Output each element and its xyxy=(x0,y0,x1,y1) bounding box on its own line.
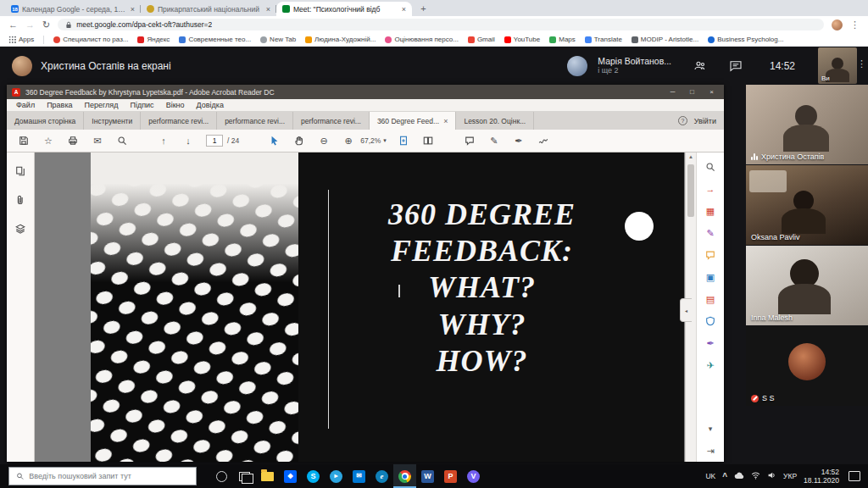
close-icon[interactable]: × xyxy=(704,88,719,96)
volume-icon[interactable] xyxy=(767,471,776,481)
self-video-tile[interactable]: Ви xyxy=(818,47,857,84)
back-icon[interactable]: ← xyxy=(8,20,18,30)
taskbar-skype-icon[interactable]: S xyxy=(302,464,325,488)
taskbar-search-input[interactable] xyxy=(29,472,189,480)
participants-summary[interactable]: Марія Войтанов... і ще 2 xyxy=(598,56,671,75)
bookmark-item[interactable]: Оцінювання персо... xyxy=(385,36,458,43)
protect-icon[interactable] xyxy=(703,313,718,329)
more-tools-icon[interactable]: ▾ xyxy=(703,421,718,436)
tab-home[interactable]: Домашня сторінка xyxy=(7,112,84,130)
email-icon[interactable]: ✉ xyxy=(91,134,104,147)
page-down-icon[interactable]: ↓ xyxy=(181,134,195,147)
new-tab-button[interactable]: + xyxy=(418,3,429,14)
taskbar-telegram-icon[interactable]: ▸ xyxy=(325,464,348,488)
export-pdf-icon[interactable]: → xyxy=(703,181,718,197)
close-tab-icon[interactable]: × xyxy=(131,5,135,14)
comment-icon[interactable] xyxy=(703,247,718,263)
zoom-level[interactable]: 67,2% xyxy=(360,136,381,145)
taskbar-chrome-icon[interactable] xyxy=(393,464,416,488)
video-tile-inna[interactable]: Inna Malesh xyxy=(746,246,868,325)
signature-tool-icon[interactable] xyxy=(537,134,550,147)
tab-document[interactable]: performance revi... xyxy=(217,112,293,130)
show-hidden-icons[interactable]: ^ xyxy=(722,472,727,481)
zoom-dropdown-icon[interactable]: ▾ xyxy=(383,137,387,144)
taskbar-edge-icon[interactable]: e xyxy=(370,464,393,488)
vertical-scrollbar[interactable]: ▲ ◂ xyxy=(685,152,696,462)
bookmark-item-youtube[interactable]: YouTube xyxy=(504,36,540,43)
hand-tool-icon[interactable] xyxy=(292,134,306,147)
browser-tab-meet[interactable]: Meet: "Психологічний відб × xyxy=(276,2,412,16)
combine-files-icon[interactable]: ▣ xyxy=(703,269,718,285)
taskbar-viber-icon[interactable]: V xyxy=(462,464,485,488)
star-icon[interactable]: ☆ xyxy=(42,134,55,147)
browser-tab-university[interactable]: Прикарпатський національний × xyxy=(141,2,276,16)
onedrive-icon[interactable] xyxy=(734,472,744,481)
organize-pages-icon[interactable]: ▤ xyxy=(703,291,718,307)
page-number-input[interactable]: 1 xyxy=(206,135,223,147)
reload-icon[interactable]: ↻ xyxy=(42,20,50,30)
bookmark-item-translate[interactable]: Translate xyxy=(585,36,622,43)
sign-in-button[interactable]: Увійти xyxy=(694,117,716,125)
document-canvas[interactable]: 360 DEGREE FEEDBACK: WHAT? WHY? HOW? xyxy=(35,152,685,462)
help-icon[interactable]: ? xyxy=(678,116,687,125)
menu-file[interactable]: Файл xyxy=(10,101,41,109)
browser-tab-calendar[interactable]: 18 Календар Google - середа, 18 л × xyxy=(5,2,141,16)
search-icon[interactable] xyxy=(115,134,129,147)
minimize-icon[interactable]: ─ xyxy=(665,88,680,96)
url-bar[interactable]: meet.google.com/dpa-cekt-oft?authuser=2 xyxy=(58,19,824,30)
expand-panel-icon[interactable]: ⇥ xyxy=(703,443,718,458)
panel-collapse-handle[interactable]: ◂ xyxy=(680,298,692,322)
bookmark-item[interactable]: Яндекс xyxy=(137,36,170,43)
fill-sign-icon[interactable]: ✒ xyxy=(703,336,718,351)
close-tab-icon[interactable]: × xyxy=(266,5,270,14)
taskbar-clock[interactable]: 14:52 18.11.2020 xyxy=(804,468,839,485)
action-center-icon[interactable] xyxy=(849,471,860,481)
menu-window[interactable]: Вікно xyxy=(160,101,191,109)
taskbar-dropbox-icon[interactable]: ◆ xyxy=(279,464,302,488)
pen-tool-icon[interactable]: ✒ xyxy=(512,134,526,147)
page-thumbnails-icon[interactable] xyxy=(15,164,25,180)
bookmark-item-gmail[interactable]: Gmail xyxy=(468,36,495,43)
taskbar-word-icon[interactable]: W xyxy=(416,464,439,488)
print-icon[interactable] xyxy=(66,134,80,147)
create-pdf-icon[interactable]: ▦ xyxy=(703,203,718,219)
zoom-in-icon[interactable]: ⊕ xyxy=(342,134,355,147)
page-up-icon[interactable]: ↑ xyxy=(157,134,170,147)
attachments-icon[interactable] xyxy=(15,193,25,208)
video-tile-ss[interactable]: S S xyxy=(746,326,868,406)
two-page-view-icon[interactable] xyxy=(421,134,435,147)
tab-document[interactable]: performance revi... xyxy=(141,112,217,130)
tab-tools[interactable]: Інструменти xyxy=(84,112,141,130)
edit-pdf-icon[interactable]: ✎ xyxy=(703,225,718,241)
bookmark-item[interactable]: Людина-Художній... xyxy=(305,36,376,43)
search-tools-icon[interactable] xyxy=(703,159,718,175)
taskbar-file-explorer-icon[interactable] xyxy=(256,464,279,488)
video-tile-khrystyna[interactable]: Христина Остапів xyxy=(746,85,868,164)
scrollbar-thumb[interactable] xyxy=(687,164,694,217)
video-tile-oksana[interactable]: Oksana Pavliv xyxy=(746,165,868,245)
taskbar-search[interactable] xyxy=(8,467,197,485)
bookmark-item[interactable]: Специалист по раз... xyxy=(53,36,128,43)
scroll-up-icon[interactable]: ▲ xyxy=(686,154,696,159)
bookmark-item[interactable]: MODIP - Aristotle... xyxy=(632,36,698,43)
participants-icon[interactable] xyxy=(693,59,707,73)
tab-document[interactable]: performance revi... xyxy=(293,112,370,130)
menu-help[interactable]: Довідка xyxy=(191,101,230,109)
save-icon[interactable] xyxy=(17,134,31,147)
zoom-out-icon[interactable]: ⊖ xyxy=(317,134,331,147)
highlight-tool-icon[interactable]: ✎ xyxy=(487,134,501,147)
taskbar-task-view-icon[interactable] xyxy=(233,464,256,488)
fit-width-icon[interactable] xyxy=(397,134,410,147)
forward-icon[interactable]: → xyxy=(25,20,35,30)
tab-document-active[interactable]: 360 Degree Feed...× xyxy=(370,112,457,130)
select-tool-icon[interactable] xyxy=(268,134,281,147)
taskbar-cortana-icon[interactable] xyxy=(210,464,233,488)
taskbar-mail-icon[interactable]: ✉ xyxy=(348,464,370,488)
bookmark-item[interactable]: New Tab xyxy=(260,36,296,43)
bookmark-item-maps[interactable]: Maps xyxy=(549,36,576,43)
menu-view[interactable]: Перегляд xyxy=(79,101,125,109)
wifi-icon[interactable] xyxy=(751,471,760,481)
bookmark-item[interactable]: Современные тео... xyxy=(179,36,251,43)
maximize-icon[interactable]: □ xyxy=(685,88,699,96)
taskbar-powerpoint-icon[interactable]: P xyxy=(439,464,462,488)
